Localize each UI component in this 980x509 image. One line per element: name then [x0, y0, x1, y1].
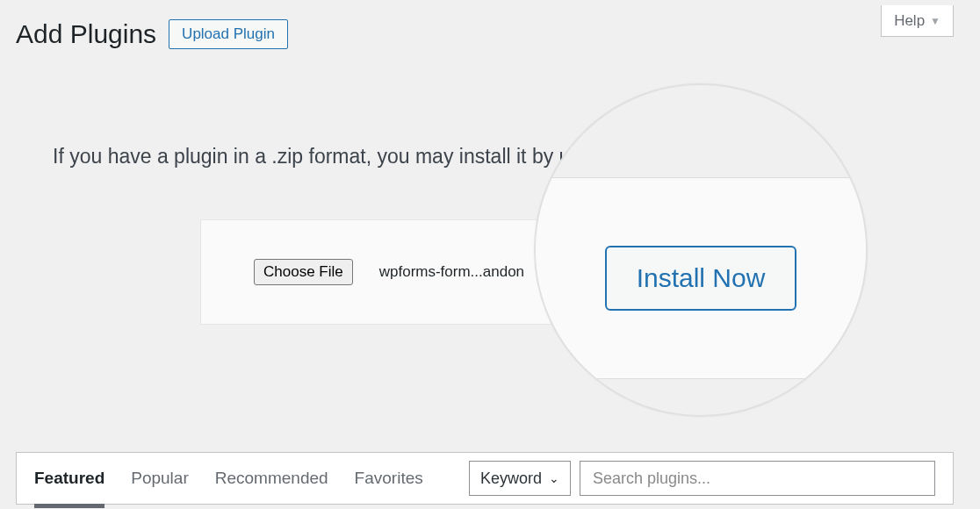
tab-recommended[interactable]: Recommended	[215, 455, 328, 502]
caret-down-icon: ▼	[930, 15, 940, 27]
tab-popular[interactable]: Popular	[131, 455, 189, 502]
upload-plugin-button[interactable]: Upload Plugin	[169, 19, 288, 49]
search-group: Keyword ⌄	[469, 461, 935, 496]
magnified-upload-box: Install Now	[536, 177, 866, 379]
filter-bar: Featured Popular Recommended Favorites K…	[16, 452, 954, 505]
search-filter-select[interactable]: Keyword ⌄	[469, 461, 571, 496]
chevron-down-icon: ⌄	[549, 471, 559, 485]
tab-favorites[interactable]: Favorites	[355, 455, 423, 502]
search-input[interactable]	[580, 461, 935, 496]
search-filter-label: Keyword	[480, 470, 542, 488]
selected-file-name: wpforms-form...andon	[379, 263, 524, 281]
tab-featured[interactable]: Featured	[34, 455, 104, 502]
page-title: Add Plugins	[16, 19, 156, 49]
page-header: Add Plugins Upload Plugin	[16, 19, 288, 49]
help-label: Help	[894, 12, 925, 30]
filter-tabs: Featured Popular Recommended Favorites	[34, 455, 423, 502]
install-now-button-zoomed[interactable]: Install Now	[605, 246, 797, 311]
magnifier-callout: Install Now	[534, 83, 868, 417]
help-tab[interactable]: Help ▼	[881, 5, 954, 37]
choose-file-button[interactable]: Choose File	[254, 259, 353, 285]
